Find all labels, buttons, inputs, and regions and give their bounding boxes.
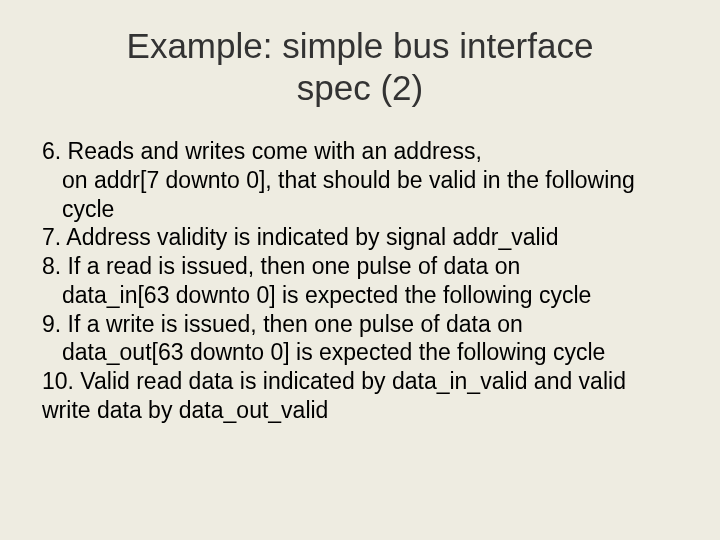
spec-item-9-line1: 9. If a write is issued, then one pulse … xyxy=(42,310,680,339)
slide-body: 6. Reads and writes come with an address… xyxy=(40,137,680,425)
spec-item-8-line1: 8. If a read is issued, then one pulse o… xyxy=(42,252,680,281)
spec-item-10: 10. Valid read data is indicated by data… xyxy=(42,367,680,425)
slide-title: Example: simple bus interface spec (2) xyxy=(40,25,680,109)
spec-item-6-line1: 6. Reads and writes come with an address… xyxy=(42,137,680,166)
spec-item-6-line2: on addr[7 downto 0], that should be vali… xyxy=(42,166,680,224)
spec-item-9-line2: data_out[63 downto 0] is expected the fo… xyxy=(42,338,680,367)
spec-item-8-line2: data_in[63 downto 0] is expected the fol… xyxy=(42,281,680,310)
slide: Example: simple bus interface spec (2) 6… xyxy=(0,0,720,540)
spec-item-7: 7. Address validity is indicated by sign… xyxy=(42,223,680,252)
